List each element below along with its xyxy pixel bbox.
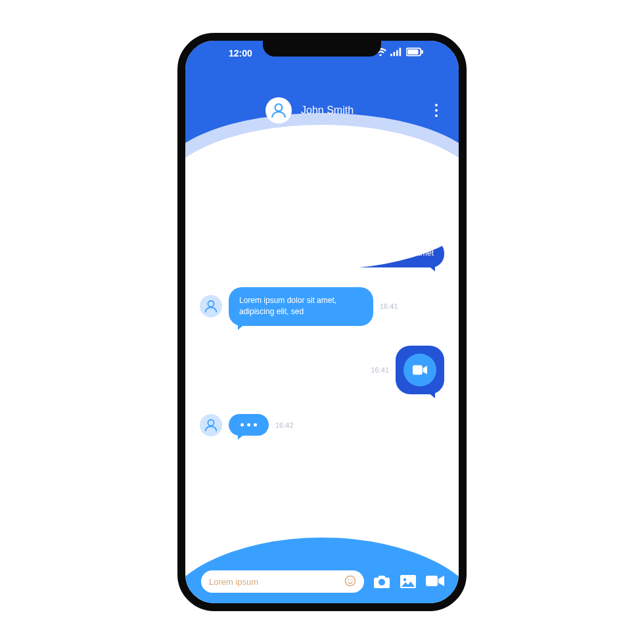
svg-rect-0 <box>390 54 392 57</box>
message-time: 16:41 <box>371 366 389 374</box>
sender-avatar[interactable] <box>200 414 222 436</box>
phone-frame: 12:00 John Smith <box>177 33 467 611</box>
battery-icon <box>406 47 423 58</box>
message-time: 16:42 <box>275 421 294 429</box>
contact-name: John Smith <box>301 104 354 116</box>
video-play-icon[interactable] <box>403 354 436 386</box>
typing-indicator-icon <box>241 423 257 426</box>
svg-rect-18 <box>426 576 438 586</box>
svg-rect-5 <box>407 49 419 54</box>
incoming-bubble[interactable]: Lorem ipsum dolor sit amet, adipiscing e… <box>229 287 373 326</box>
svg-point-17 <box>403 578 406 581</box>
emoji-icon[interactable] <box>344 575 356 589</box>
typing-bubble <box>229 414 269 436</box>
svg-point-11 <box>208 419 214 425</box>
status-time: 12:00 <box>229 48 252 58</box>
signal-icon <box>390 47 402 58</box>
message-row: Lorem ipsum dolor sit amet, adipiscing e… <box>200 287 444 326</box>
message-row: 16:41 <box>200 346 444 394</box>
outgoing-video-bubble[interactable] <box>396 346 444 394</box>
contact-avatar[interactable] <box>265 97 292 124</box>
chat-header: 12:00 John Smith <box>185 41 459 172</box>
video-icon[interactable] <box>426 574 443 589</box>
svg-point-15 <box>379 579 385 586</box>
svg-rect-2 <box>396 50 398 56</box>
composer-footer: Lorem ipsum <box>185 538 459 603</box>
svg-point-13 <box>348 579 349 580</box>
more-options-icon[interactable] <box>435 104 438 117</box>
svg-point-14 <box>352 579 353 580</box>
contact-row: John Smith <box>185 97 459 124</box>
message-text: Lorem ipsum dolor sit amet, adipiscing e… <box>239 296 336 316</box>
camera-icon[interactable] <box>373 574 390 589</box>
svg-point-9 <box>208 301 214 307</box>
sender-avatar[interactable] <box>200 295 222 317</box>
header-curve <box>177 125 467 269</box>
message-time: 16:41 <box>380 302 398 310</box>
message-input[interactable]: Lorem ipsum <box>201 570 364 593</box>
phone-notch <box>263 41 381 57</box>
message-row: 16:42 <box>200 414 444 436</box>
svg-rect-3 <box>400 48 402 57</box>
svg-point-7 <box>275 104 283 111</box>
svg-rect-1 <box>394 52 396 56</box>
svg-rect-10 <box>413 365 423 375</box>
svg-rect-6 <box>421 50 423 54</box>
input-placeholder: Lorem ipsum <box>209 577 339 587</box>
image-icon[interactable] <box>400 574 417 589</box>
svg-point-12 <box>346 576 356 586</box>
